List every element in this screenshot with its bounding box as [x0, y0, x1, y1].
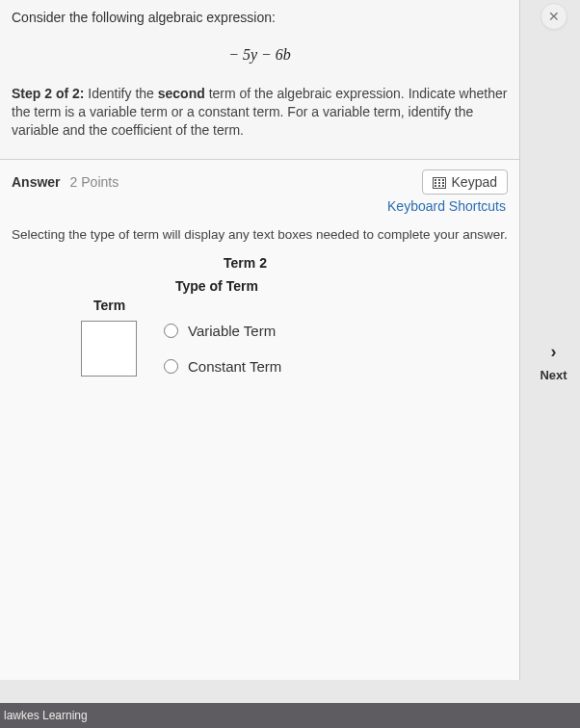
close-icon: ✕ — [548, 9, 560, 24]
footer-branding: lawkes Learning — [0, 703, 580, 728]
question-intro: Consider the following algebraic express… — [12, 10, 508, 25]
term-type-radio-group: Variable Term Constant Term — [164, 323, 281, 375]
step-text-pre: Identify the — [84, 86, 157, 101]
next-button[interactable]: › Next — [527, 342, 580, 382]
helper-text: Selecting the type of term will display … — [0, 220, 519, 255]
chevron-right-icon: › — [527, 342, 580, 362]
term-area: Term 2 Type of Term Term Variable Term C… — [0, 255, 519, 377]
keypad-label: Keypad — [452, 174, 497, 190]
answer-area: Answer 2 Points Keypad Keyboard Shortcut… — [0, 160, 519, 680]
keyboard-shortcuts-link[interactable]: Keyboard Shortcuts — [0, 196, 519, 220]
keypad-icon — [433, 176, 446, 188]
step-bold-word: second — [158, 86, 205, 101]
svg-rect-1 — [435, 179, 436, 181]
radio-constant-term[interactable]: Constant Term — [164, 358, 281, 375]
main-panel: Consider the following algebraic express… — [0, 0, 520, 680]
type-of-term-heading: Type of Term — [175, 278, 508, 294]
next-label: Next — [527, 368, 580, 382]
term-input-row: Variable Term Constant Term — [81, 321, 508, 377]
radio-variable-term[interactable]: Variable Term — [164, 323, 281, 339]
svg-rect-3 — [442, 179, 444, 181]
algebraic-expression: − 5y − 6b — [12, 46, 508, 64]
svg-rect-4 — [435, 182, 436, 184]
step-label: Step 2 of 2: — [12, 86, 84, 101]
term2-heading: Term 2 — [0, 255, 508, 271]
points-label: 2 Points — [70, 174, 119, 190]
keypad-button[interactable]: Keypad — [422, 169, 508, 195]
step-instructions: Step 2 of 2: Identify the second term of… — [12, 85, 508, 140]
close-button[interactable]: ✕ — [540, 3, 567, 30]
svg-rect-2 — [438, 179, 440, 181]
svg-rect-6 — [442, 182, 444, 184]
svg-rect-7 — [435, 185, 436, 187]
radio-variable-label: Variable Term — [188, 323, 276, 339]
svg-rect-8 — [438, 185, 440, 187]
answer-bar: Answer 2 Points Keypad — [0, 160, 519, 196]
term-input[interactable] — [81, 321, 137, 377]
question-block: Consider the following algebraic express… — [0, 0, 519, 160]
svg-rect-9 — [442, 185, 444, 187]
svg-rect-5 — [438, 182, 440, 184]
radio-constant-label: Constant Term — [188, 358, 281, 375]
term-heading: Term — [93, 298, 508, 313]
radio-icon — [164, 359, 178, 374]
radio-icon — [164, 324, 178, 338]
answer-label: Answer — [12, 174, 61, 190]
